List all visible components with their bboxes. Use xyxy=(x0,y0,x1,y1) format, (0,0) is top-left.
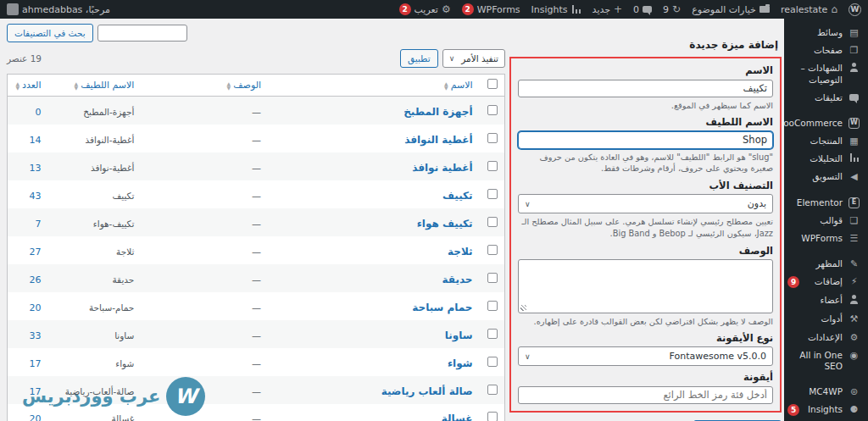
updates-link[interactable]: ↻ 9 xyxy=(663,4,681,15)
term-name-link[interactable]: تكييف هواء xyxy=(417,218,473,230)
term-count-link[interactable]: 0 xyxy=(36,107,42,118)
sidebar-item-tools[interactable]: ⚒ أدوات xyxy=(784,310,868,328)
sidebar-item-woocommerce[interactable]: W WooCommerce xyxy=(784,114,868,132)
row-checkbox[interactable] xyxy=(487,161,498,171)
apply-button[interactable]: تطبيق xyxy=(400,49,438,68)
site-name-link[interactable]: ⌂ realestate xyxy=(781,4,837,15)
term-name-link[interactable]: حمام سباحة xyxy=(412,302,472,313)
row-checkbox[interactable] xyxy=(487,105,498,115)
term-name-link[interactable]: أغطية النوافذ xyxy=(404,134,472,146)
sidebar-item-templates[interactable]: ❏ قوالب xyxy=(784,212,868,230)
term-count-link[interactable]: 27 xyxy=(30,247,42,258)
row-checkbox-cell xyxy=(480,180,505,208)
sidebar-item-insights[interactable]: ⚈ Insights 5 xyxy=(784,401,868,419)
sort-by-count-header[interactable]: العدد▲▼ xyxy=(8,75,48,97)
term-count-link[interactable]: 26 xyxy=(30,274,42,285)
sort-by-description-header[interactable]: الوصف▲▼ xyxy=(141,75,268,97)
term-slug: شواء xyxy=(115,358,134,368)
insights-menu[interactable]: Insights xyxy=(531,4,581,15)
sidebar-item-users[interactable]: أعضاء xyxy=(784,291,868,310)
term-name-link[interactable]: صالة ألعاب رياضية xyxy=(381,385,473,397)
row-checkbox[interactable] xyxy=(487,245,498,255)
wpforms-menu[interactable]: WPForms 2 xyxy=(462,3,520,15)
bulk-action-select[interactable]: تنفيذ الأمر ∨ xyxy=(442,49,505,68)
chevron-down-icon: ∨ xyxy=(449,54,455,63)
term-name-link[interactable]: غسالة xyxy=(442,413,473,421)
sidebar-item-label: المظهر xyxy=(787,258,843,269)
sidebar-item-marketing[interactable]: ◀ التسويق xyxy=(784,168,868,186)
translate-menu[interactable]: ⚙ تعريب 2 xyxy=(399,3,451,15)
table-row: شواء — شواء 17 xyxy=(8,348,505,376)
term-name-link[interactable]: حديقة xyxy=(442,274,473,285)
term-name-link[interactable]: أغطية نوافذ xyxy=(412,162,472,174)
term-name-link[interactable]: أجهزة المطبخ xyxy=(403,106,472,118)
term-count-link[interactable]: 14 xyxy=(30,135,42,146)
slug-field[interactable] xyxy=(518,131,773,149)
sidebar-item-elementor[interactable]: E Elementor xyxy=(784,194,868,212)
row-checkbox[interactable] xyxy=(487,217,498,227)
bar-chart-icon xyxy=(571,5,581,14)
select-all-checkbox[interactable] xyxy=(487,79,498,89)
term-count-link[interactable]: 13 xyxy=(30,163,42,174)
analytics-chart-icon xyxy=(849,153,860,164)
watermark-logo: W xyxy=(166,377,205,416)
term-count-link[interactable]: 43 xyxy=(30,191,42,202)
sort-by-name-header[interactable]: الاسم▲▼ xyxy=(268,75,479,97)
term-name-link[interactable]: تكييف xyxy=(442,190,473,202)
term-count-link[interactable]: 7 xyxy=(36,219,42,230)
row-checkbox[interactable] xyxy=(487,357,498,367)
translate-label: تعريب xyxy=(415,4,438,15)
sidebar-item-media[interactable]: ▤ وسائط xyxy=(784,24,868,42)
term-count-link[interactable]: 17 xyxy=(30,358,42,369)
user-account-menu[interactable]: مرحبًا، ahmedabbas xyxy=(7,3,110,15)
theme-options-link[interactable]: خيارات الموضوع xyxy=(692,4,770,15)
sidebar-item-analytics[interactable]: التحليلات xyxy=(784,150,868,168)
wordpress-logo-icon: W xyxy=(849,3,861,16)
row-checkbox[interactable] xyxy=(487,273,498,283)
term-count-link[interactable]: 20 xyxy=(30,302,42,313)
table-row: تكييف — تكييف 43 xyxy=(8,180,505,208)
row-checkbox[interactable] xyxy=(487,412,498,421)
new-content-menu[interactable]: + جديد xyxy=(593,4,622,15)
admin-sidebar: ▤ وسائط ❐ صفحات الشهادات – التوصيات تعلي… xyxy=(784,19,868,421)
comments-link[interactable]: 0 xyxy=(633,4,652,15)
sidebar-item-plugins[interactable]: ⚡ إضافات 9 xyxy=(784,273,868,291)
person-icon xyxy=(849,63,860,75)
sidebar-item-testimonials[interactable]: الشهادات – التوصيات xyxy=(784,59,868,88)
sort-by-slug-header[interactable]: الاسم اللطيف▲▼ xyxy=(48,75,142,97)
search-terms-button[interactable]: بحث في التصنيفات xyxy=(7,24,93,42)
row-checkbox-cell xyxy=(480,404,505,421)
sidebar-item-appearance[interactable]: ✎ المظهر xyxy=(784,255,868,273)
search-input[interactable] xyxy=(97,25,187,42)
sidebar-item-pages[interactable]: ❐ صفحات xyxy=(784,42,868,59)
sidebar-item-settings[interactable]: ⚙ الإعدادات xyxy=(784,329,868,346)
icon-field[interactable] xyxy=(518,386,773,404)
row-checkbox[interactable] xyxy=(487,385,498,395)
row-checkbox[interactable] xyxy=(487,301,498,311)
description-textarea[interactable] xyxy=(518,259,773,313)
sidebar-item-products[interactable]: ▦ المنتجات xyxy=(784,132,868,150)
updates-count: 9 xyxy=(663,4,669,15)
site-name-label: realestate xyxy=(781,4,827,15)
row-checkbox[interactable] xyxy=(487,189,498,199)
sidebar-item-aioseo[interactable]: ◉ All in One SEO xyxy=(784,346,868,375)
wordpress-logo-menu[interactable]: W xyxy=(849,3,861,16)
name-field[interactable] xyxy=(518,80,773,97)
row-checkbox[interactable] xyxy=(487,329,498,339)
term-slug: ثلاجة xyxy=(116,247,134,257)
term-count-link[interactable]: 33 xyxy=(30,330,42,341)
slug-field-help: "slug" هو الرابط "اللطيف" للاسم، وهو في … xyxy=(518,152,773,174)
sidebar-item-label: All in One SEO xyxy=(787,350,843,372)
sidebar-item-wpforms[interactable]: ☰ WPForms xyxy=(784,230,868,247)
icon-type-select[interactable]: Fontawesome v5.0.0 ∨ xyxy=(518,346,773,366)
sidebar-item-label: WooCommerce xyxy=(784,118,843,129)
term-name-link[interactable]: ثلاجة xyxy=(448,246,473,258)
row-checkbox[interactable] xyxy=(487,133,498,143)
sidebar-item-comments[interactable]: تعليقات xyxy=(784,89,868,107)
term-name-link[interactable]: ساونا xyxy=(445,330,473,341)
sidebar-item-mc4wp[interactable]: ⊚ MC4WP xyxy=(784,383,868,401)
term-name-link[interactable]: شواء xyxy=(448,357,473,369)
row-checkbox-cell xyxy=(480,348,505,376)
parent-category-select[interactable]: بدون ∨ xyxy=(518,194,773,213)
slug-header-label: الاسم اللطيف xyxy=(81,80,134,91)
